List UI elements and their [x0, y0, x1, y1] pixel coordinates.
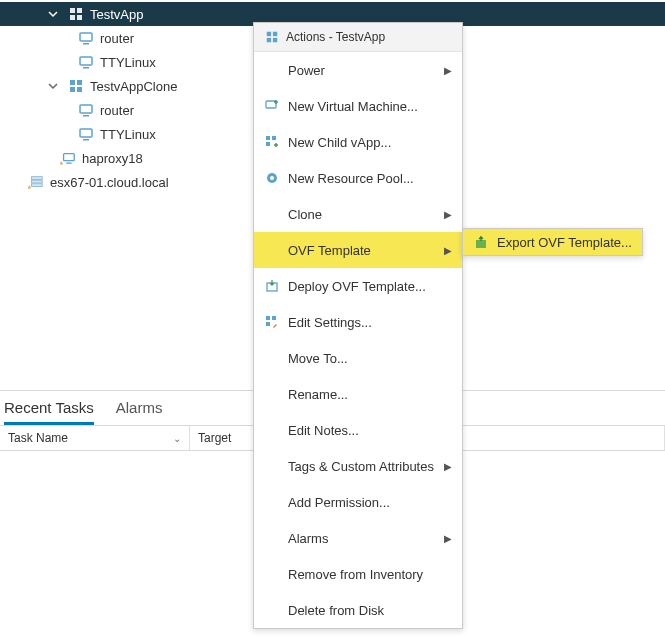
- caret-down-icon: [46, 9, 60, 19]
- menu-delete-disk[interactable]: Delete from Disk: [254, 592, 462, 628]
- svg-rect-1: [77, 8, 82, 13]
- menu-remove-inventory[interactable]: Remove from Inventory: [254, 556, 462, 592]
- menu-power[interactable]: Power ▶: [254, 52, 462, 88]
- sort-icon: ⌄: [173, 433, 181, 444]
- submenu-arrow-icon: ▶: [444, 533, 452, 544]
- tree-item-label: TestvApp: [90, 7, 143, 22]
- ovf-submenu: Export OVF Template...: [462, 228, 643, 256]
- tree-item-label: router: [100, 103, 134, 118]
- menu-label: Alarms: [288, 531, 328, 546]
- menu-header: Actions - TestvApp: [254, 23, 462, 52]
- svg-rect-15: [83, 139, 89, 141]
- svg-rect-19: [32, 180, 43, 183]
- svg-rect-18: [32, 177, 43, 180]
- submenu-arrow-icon: ▶: [444, 245, 452, 256]
- vm-icon: [78, 102, 94, 118]
- menu-rename[interactable]: Rename...: [254, 376, 462, 412]
- menu-label: Edit Settings...: [288, 315, 372, 330]
- menu-edit-settings[interactable]: Edit Settings...: [254, 304, 462, 340]
- vm-icon: [78, 126, 94, 142]
- submenu-arrow-icon: ▶: [444, 65, 452, 76]
- menu-label: OVF Template: [288, 243, 371, 258]
- svg-rect-26: [266, 136, 270, 140]
- svg-rect-11: [77, 87, 82, 92]
- tab-recent-tasks[interactable]: Recent Tasks: [4, 399, 94, 425]
- tree-item-label: TestvAppClone: [90, 79, 177, 94]
- col-header-task-name[interactable]: Task Name ⌄: [0, 426, 190, 450]
- resource-pool-icon: [264, 170, 280, 186]
- svg-rect-5: [83, 43, 89, 45]
- menu-new-vm[interactable]: New Virtual Machine...: [254, 88, 462, 124]
- menu-add-permission[interactable]: Add Permission...: [254, 484, 462, 520]
- svg-rect-3: [77, 15, 82, 20]
- svg-rect-27: [272, 136, 276, 140]
- menu-edit-notes[interactable]: Edit Notes...: [254, 412, 462, 448]
- menu-label: Power: [288, 63, 325, 78]
- tab-label: Alarms: [116, 399, 163, 416]
- svg-rect-13: [83, 115, 89, 117]
- svg-rect-24: [273, 38, 277, 42]
- svg-rect-9: [77, 80, 82, 85]
- new-vapp-icon: [264, 134, 280, 150]
- tree-item-label: haproxy18: [82, 151, 143, 166]
- svg-rect-20: [32, 184, 43, 187]
- menu-label: Add Permission...: [288, 495, 390, 510]
- host-warning-icon: [28, 174, 44, 190]
- submenu-arrow-icon: ▶: [444, 461, 452, 472]
- tree-item-label: esx67-01.cloud.local: [50, 175, 169, 190]
- vapp-icon: [68, 6, 84, 22]
- export-ovf-icon: [473, 234, 489, 250]
- menu-header-label: Actions - TestvApp: [286, 30, 385, 44]
- vm-icon: [78, 30, 94, 46]
- svg-rect-10: [70, 87, 75, 92]
- menu-clone[interactable]: Clone ▶: [254, 196, 462, 232]
- menu-move-to[interactable]: Move To...: [254, 340, 462, 376]
- menu-new-resource-pool[interactable]: New Resource Pool...: [254, 160, 462, 196]
- submenu-export-ovf[interactable]: Export OVF Template...: [463, 229, 642, 255]
- svg-rect-16: [64, 154, 75, 161]
- vapp-icon: [68, 78, 84, 94]
- col-label: Task Name: [8, 431, 68, 445]
- menu-label: New Virtual Machine...: [288, 99, 418, 114]
- menu-ovf-template[interactable]: OVF Template ▶: [254, 232, 462, 268]
- svg-rect-31: [266, 316, 270, 320]
- tree-item-label: router: [100, 31, 134, 46]
- col-label: Target: [198, 431, 231, 445]
- tab-alarms[interactable]: Alarms: [116, 399, 163, 425]
- menu-new-child-vapp[interactable]: New Child vApp...: [254, 124, 462, 160]
- menu-alarms[interactable]: Alarms ▶: [254, 520, 462, 556]
- menu-label: New Child vApp...: [288, 135, 391, 150]
- menu-deploy-ovf[interactable]: Deploy OVF Template...: [254, 268, 462, 304]
- deploy-ovf-icon: [264, 278, 280, 294]
- svg-rect-6: [80, 57, 92, 65]
- submenu-arrow-icon: ▶: [444, 209, 452, 220]
- svg-rect-14: [80, 129, 92, 137]
- menu-label: Edit Notes...: [288, 423, 359, 438]
- tree-item-label: TTYLinux: [100, 55, 156, 70]
- svg-rect-12: [80, 105, 92, 113]
- menu-label: Remove from Inventory: [288, 567, 423, 582]
- edit-settings-icon: [264, 314, 280, 330]
- vapp-icon: [264, 29, 280, 45]
- svg-rect-23: [267, 38, 271, 42]
- menu-label: Clone: [288, 207, 322, 222]
- menu-label: Deploy OVF Template...: [288, 279, 426, 294]
- tab-label: Recent Tasks: [4, 399, 94, 416]
- svg-rect-8: [70, 80, 75, 85]
- menu-label: Move To...: [288, 351, 348, 366]
- menu-label: Delete from Disk: [288, 603, 384, 618]
- tree-item-label: TTYLinux: [100, 127, 156, 142]
- menu-label: Rename...: [288, 387, 348, 402]
- svg-rect-32: [272, 316, 276, 320]
- menu-tags[interactable]: Tags & Custom Attributes ▶: [254, 448, 462, 484]
- svg-rect-2: [70, 15, 75, 20]
- svg-rect-34: [476, 240, 486, 248]
- svg-rect-21: [267, 32, 271, 36]
- actions-context-menu: Actions - TestvApp Power ▶ New Virtual M…: [253, 22, 463, 629]
- svg-rect-33: [266, 322, 270, 326]
- svg-rect-28: [266, 142, 270, 146]
- menu-label: New Resource Pool...: [288, 171, 414, 186]
- vm-warning-icon: [60, 150, 76, 166]
- svg-rect-0: [70, 8, 75, 13]
- svg-rect-22: [273, 32, 277, 36]
